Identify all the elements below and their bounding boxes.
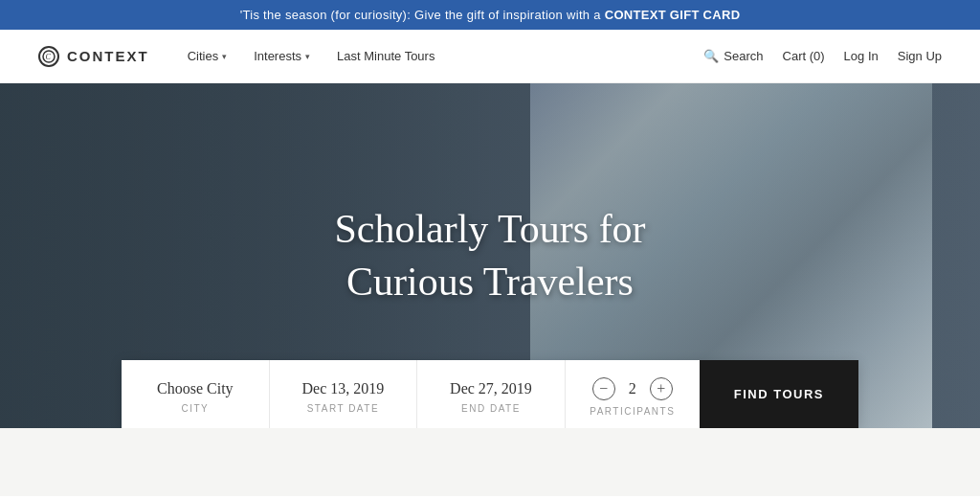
banner-text: 'Tis the season (for curiosity): Give th… (240, 8, 741, 22)
logo-text: CONTEXT (67, 48, 149, 64)
nav-cities[interactable]: Cities ▾ (188, 49, 228, 63)
city-value: Choose City (157, 380, 234, 397)
cart-button[interactable]: Cart (0) (783, 49, 825, 63)
interests-caret-icon: ▾ (305, 52, 310, 61)
participants-controls: − 2 + (592, 377, 673, 400)
navbar: C CONTEXT Cities ▾ Interests ▾ Last Minu… (0, 30, 980, 83)
participants-field: − 2 + PARTICIPANTS (566, 360, 700, 428)
nav-last-minute-tours[interactable]: Last Minute Tours (337, 49, 434, 63)
participants-label: PARTICIPANTS (590, 406, 675, 417)
svg-text:C: C (46, 53, 52, 61)
city-label: CITY (181, 403, 209, 414)
participant-count: 2 (629, 380, 636, 397)
login-button[interactable]: Log In (844, 49, 879, 63)
nav-right: 🔍 Search Cart (0) Log In Sign Up (703, 49, 942, 63)
minus-icon: − (599, 381, 608, 397)
search-button[interactable]: 🔍 Search (703, 49, 763, 63)
bottom-area (0, 428, 980, 496)
logo-icon: C (38, 46, 59, 67)
increment-button[interactable]: + (650, 377, 673, 400)
logo[interactable]: C CONTEXT (38, 46, 149, 67)
end-date-label: END DATE (461, 403, 521, 414)
search-bar: Choose City CITY Dec 13, 2019 START DATE… (122, 360, 858, 428)
top-banner: 'Tis the season (for curiosity): Give th… (0, 0, 980, 30)
start-date-value: Dec 13, 2019 (302, 380, 385, 397)
nav-links: Cities ▾ Interests ▾ Last Minute Tours (188, 49, 704, 63)
cities-caret-icon: ▾ (222, 52, 227, 61)
search-icon: 🔍 (703, 49, 719, 63)
banner-highlight[interactable]: CONTEXT GIFT CARD (605, 8, 741, 22)
find-tours-button[interactable]: FIND TOURS (700, 360, 858, 428)
hero-content: Scholarly Tours for Curious Travelers (251, 203, 729, 307)
plus-icon: + (657, 381, 665, 397)
start-date-label: START DATE (307, 403, 379, 414)
hero-title: Scholarly Tours for Curious Travelers (251, 203, 729, 307)
end-date-field[interactable]: Dec 27, 2019 END DATE (417, 360, 566, 428)
decrement-button[interactable]: − (592, 377, 615, 400)
start-date-field[interactable]: Dec 13, 2019 START DATE (270, 360, 418, 428)
nav-interests[interactable]: Interests ▾ (254, 49, 310, 63)
city-field[interactable]: Choose City CITY (122, 360, 270, 428)
hero-section: Scholarly Tours for Curious Travelers Ch… (0, 83, 980, 428)
end-date-value: Dec 27, 2019 (450, 380, 532, 397)
signup-button[interactable]: Sign Up (898, 49, 942, 63)
